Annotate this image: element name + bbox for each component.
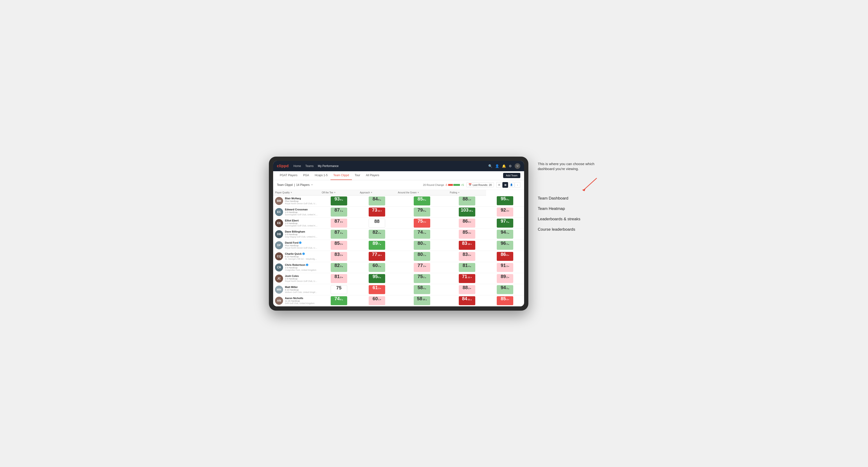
tab-all-players[interactable]: All Players — [363, 171, 382, 180]
table-row[interactable]: MM Matt Miller 6-10 Handicap Woburn Golf… — [273, 284, 524, 295]
player-info: MM Matt Miller 6-10 Handicap Woburn Golf… — [273, 284, 320, 295]
score-cell: 87 1 — [320, 206, 358, 217]
score-main: 92 — [501, 208, 506, 212]
heatmap-view-button[interactable]: ▦ — [502, 182, 508, 188]
direction-arrow — [470, 265, 471, 268]
tab-hcaps[interactable]: Hcaps 1-5 — [312, 171, 331, 180]
direction-arrow — [508, 265, 509, 268]
score-change: 9 — [340, 198, 343, 201]
option-course-leaderboards[interactable]: Course leaderboards — [538, 227, 599, 232]
score-cell: 58 10 — [396, 295, 448, 306]
direction-arrow — [425, 232, 427, 234]
score-box: 82 4 — [369, 230, 385, 239]
tab-pgat[interactable]: PGAT Players — [277, 171, 300, 180]
table-row[interactable]: CQ Charlie Quick ✓ 6-10 Handicap St. Geo… — [273, 251, 524, 262]
settings-icon[interactable]: ⚙ — [509, 164, 512, 168]
separator: | — [294, 183, 295, 187]
red-arrow-svg — [580, 177, 599, 191]
team-name: Team Clippd — [277, 183, 293, 187]
score-change: 3 — [340, 221, 343, 223]
verified-badge: ✓ — [302, 253, 305, 255]
nav-link-performance[interactable]: My Performance — [318, 163, 338, 168]
edit-icon[interactable]: ✏ — [311, 184, 313, 186]
grid-view-button[interactable]: ⊞ — [496, 182, 502, 188]
table-row[interactable]: DF David Ford ✓ Plus Handicap Royal Nort… — [273, 240, 524, 251]
table-row[interactable]: CR Chris Robertson ✓ 1-5 Handicap Craigm… — [273, 262, 524, 273]
option-leaderboards[interactable]: Leaderboards & streaks — [538, 217, 599, 222]
col-header-putting: Putting ▼ — [448, 190, 486, 195]
direction-arrow — [425, 287, 427, 290]
player-club: Woburn Golf Club, United Kingdom — [285, 291, 318, 293]
table-row[interactable]: DB Dave Billingham 1-5 Handicap Gog Mago… — [273, 228, 524, 240]
add-team-button[interactable]: Add Team — [503, 173, 520, 178]
score-main: 94 — [501, 285, 506, 290]
sub-nav: PGAT Players PGA Hcaps 1-5 Team Clippd T… — [273, 171, 524, 180]
right-panel: This is where you can choose which dashb… — [538, 157, 599, 237]
score-cell: 80 1 — [396, 251, 448, 262]
last-rounds-button[interactable]: 📅 Last Rounds: 20 — [466, 182, 494, 187]
direction-arrow — [342, 232, 343, 234]
score-change: 3 — [468, 232, 471, 234]
option-team-heatmap[interactable]: Team Heatmap — [538, 206, 599, 211]
direction-arrow — [380, 243, 381, 245]
score-main: 60 — [373, 296, 378, 301]
bell-icon[interactable]: 🔔 — [502, 164, 506, 168]
table-row[interactable]: BM Blair McHarg Plus Handicap Royal Nort… — [273, 195, 524, 206]
score-cell: 84 21 — [448, 295, 486, 306]
score-box: 86 6 — [459, 219, 475, 228]
download-button[interactable]: ↓ — [515, 182, 520, 188]
player-cell: EC Edward Crossman 1-5 Handicap Sunningd… — [273, 206, 320, 217]
user-icon[interactable]: 👤 — [495, 164, 499, 168]
score-cell: 96 3 — [486, 240, 524, 251]
score-change: 10 — [468, 243, 472, 245]
score-change: 3 — [340, 276, 343, 279]
score-main: 85 — [501, 296, 506, 301]
direction-arrow — [342, 299, 343, 301]
table-row[interactable]: EC Edward Crossman 1-5 Handicap Sunningd… — [273, 206, 524, 217]
tab-pga[interactable]: PGA — [300, 171, 312, 180]
direction-arrow — [342, 210, 343, 212]
score-box: 75 2 — [414, 274, 430, 283]
direction-arrow — [508, 221, 509, 223]
player-name: Blair McHarg — [285, 197, 318, 200]
player-details: Chris Robertson ✓ 1-5 Handicap Craigmill… — [285, 263, 316, 271]
svg-line-0 — [584, 178, 597, 190]
table-row[interactable]: JC Josh Coles 1-5 Handicap Royal North D… — [273, 273, 524, 284]
tab-tour[interactable]: Tour — [352, 171, 363, 180]
score-main: 103 — [461, 208, 468, 212]
tablet-frame: clippd Home Teams My Performance 🔍 👤 🔔 ⚙… — [269, 157, 528, 311]
score-change: 5 — [506, 221, 509, 223]
col-header-around-green: Around the Green ▼ — [396, 190, 448, 195]
option-team-dashboard[interactable]: Team Dashboard — [538, 196, 599, 201]
direction-arrow — [380, 254, 382, 256]
player-info: BM Blair McHarg Plus Handicap Royal Nort… — [273, 195, 320, 206]
score-box: 96 3 — [497, 241, 513, 250]
nav-link-teams[interactable]: Teams — [305, 163, 313, 168]
score-box: 95 9 — [497, 196, 513, 205]
table-row[interactable]: EE Elliot Ebert 1-5 Handicap Sunningdale… — [273, 217, 524, 228]
score-cell: 81 3 — [320, 273, 358, 284]
player-details: Aaron Nicholls 11-15 Handicap Drift Golf… — [285, 297, 315, 305]
score-box: 84 21 — [459, 296, 475, 305]
player-avatar: JC — [275, 275, 283, 283]
svg-marker-1 — [582, 189, 585, 191]
score-box: 75 — [331, 285, 347, 294]
score-main: 82 — [335, 263, 340, 268]
tab-team-clippd[interactable]: Team Clippd — [331, 171, 352, 180]
score-box: 93 9 — [331, 196, 347, 206]
score-cell: 88 2 — [448, 284, 486, 295]
search-icon[interactable]: 🔍 — [488, 164, 492, 168]
direction-arrow — [425, 254, 427, 256]
player-details: Edward Crossman 1-5 Handicap Sunningdale… — [285, 208, 318, 216]
avatar[interactable]: U — [515, 163, 520, 169]
nav-link-home[interactable]: Home — [293, 163, 301, 168]
score-cell: 87 3 — [320, 217, 358, 228]
player-info: JC Josh Coles 1-5 Handicap Royal North D… — [273, 273, 320, 284]
score-change: 3 — [340, 243, 343, 245]
table-row[interactable]: AN Aaron Nicholls 11-15 Handicap Drift G… — [273, 295, 524, 306]
score-main: 79 — [417, 208, 423, 212]
score-main: 87 — [335, 208, 340, 212]
person-view-button[interactable]: 👤 — [508, 182, 514, 188]
direction-arrow — [470, 254, 471, 256]
score-main: 81 — [335, 274, 340, 279]
